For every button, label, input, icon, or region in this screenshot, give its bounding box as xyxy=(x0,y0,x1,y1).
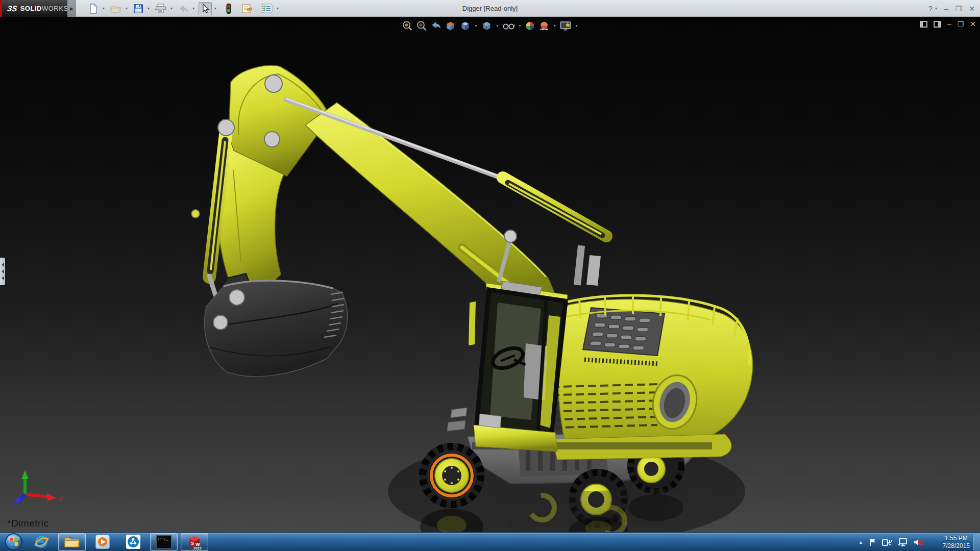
zoom-to-fit-button[interactable] xyxy=(401,20,413,32)
undo-icon xyxy=(178,4,188,13)
restore-button[interactable]: ❐ xyxy=(955,5,962,13)
view-orientation-caret[interactable]: ▾ xyxy=(475,23,477,28)
feature-pane-toggle-right-icon[interactable] xyxy=(934,21,941,28)
network-hub-icon xyxy=(126,535,140,549)
front-left-wheel[interactable] xyxy=(419,443,484,508)
action-center-flag-icon[interactable] xyxy=(869,538,876,546)
view-settings-button[interactable] xyxy=(559,20,572,32)
display-style-caret[interactable]: ▾ xyxy=(496,23,498,28)
link-pin[interactable] xyxy=(264,132,280,147)
options-icon xyxy=(262,4,273,13)
taskbar-item-media-player[interactable] xyxy=(89,533,116,551)
menu-flyout-arrow[interactable]: ▶ xyxy=(67,0,76,17)
zoom-to-area-icon xyxy=(416,20,427,31)
boom-foot-pin[interactable] xyxy=(504,230,517,242)
hide-show-items-button[interactable] xyxy=(502,21,515,31)
apex-pin[interactable] xyxy=(265,75,282,92)
windows-start-icon xyxy=(5,533,23,551)
hide-show-caret[interactable]: ▾ xyxy=(519,23,521,28)
previous-view-button[interactable] xyxy=(430,20,442,31)
new-caret[interactable]: ▾ xyxy=(102,6,107,11)
system-tray: ▲ xyxy=(859,533,924,551)
help-caret[interactable]: ▾ xyxy=(935,6,937,11)
options-button[interactable] xyxy=(260,2,274,15)
new-document-button[interactable] xyxy=(87,2,100,15)
file-properties-icon xyxy=(241,4,253,14)
help-button[interactable]: ? xyxy=(928,5,933,13)
view-orientation-label: *Dimetric xyxy=(7,518,49,529)
boom-cylinder-stripe xyxy=(509,184,601,234)
view-orientation-button[interactable] xyxy=(459,20,471,32)
taskbar-item-windows-explorer[interactable] xyxy=(58,533,86,551)
command-prompt-icon: C:\_ xyxy=(156,535,172,548)
bucket-pin-upper[interactable] xyxy=(229,290,244,305)
orientation-triad: x xyxy=(13,470,63,507)
media-player-icon xyxy=(95,535,110,549)
doc-restore-button[interactable]: ❐ xyxy=(958,20,964,28)
options-caret[interactable]: ▾ xyxy=(276,6,281,11)
cab-step-panel xyxy=(479,414,501,428)
feature-pane-toggle-left-icon[interactable] xyxy=(920,21,927,28)
section-view-button[interactable] xyxy=(444,20,456,32)
print-caret[interactable]: ▾ xyxy=(170,6,175,11)
bucket[interactable] xyxy=(205,281,348,377)
apply-scene-icon xyxy=(539,21,550,31)
rebuild-button[interactable] xyxy=(225,2,233,15)
solidworks-logo: ЗS SOLIDWORKS xyxy=(2,0,67,17)
print-button[interactable] xyxy=(154,2,168,15)
cab-pillar xyxy=(469,302,476,345)
bucket-pin-lower[interactable] xyxy=(213,315,228,330)
power-plug-icon[interactable] xyxy=(882,538,892,546)
network-display-icon[interactable] xyxy=(898,538,908,546)
show-desktop-button[interactable] xyxy=(973,533,980,551)
taskbar-clock[interactable]: 1:55 PM 7/28/2015 xyxy=(943,533,970,551)
zoom-to-area-button[interactable] xyxy=(415,20,427,32)
internet-explorer-icon xyxy=(34,534,49,549)
view-settings-caret[interactable]: ▾ xyxy=(576,23,578,28)
taskbar-item-network-hub-app[interactable] xyxy=(119,533,147,551)
window-controls: ? ▾ – ❐ ✕ xyxy=(928,0,975,17)
apply-scene-caret[interactable]: ▾ xyxy=(554,23,556,28)
taskbar-item-solidworks-2015[interactable]: S W 2015 xyxy=(181,533,208,551)
start-button[interactable] xyxy=(3,533,24,551)
sw-year: 2015 xyxy=(193,546,202,550)
view-orientation-icon xyxy=(459,20,471,31)
section-view-icon xyxy=(445,20,456,31)
taskbar-item-command-prompt[interactable]: C:\_ xyxy=(150,533,178,551)
new-document-icon xyxy=(88,4,99,14)
sw-letter-s: S xyxy=(191,541,194,546)
doc-close-button[interactable]: ✕ xyxy=(970,20,976,28)
cylinder-pin[interactable] xyxy=(218,119,234,136)
step-upper xyxy=(451,408,467,418)
zoom-to-fit-icon xyxy=(402,20,412,31)
show-hidden-icons-button[interactable]: ▲ xyxy=(859,540,863,545)
save-caret[interactable]: ▾ xyxy=(147,6,152,11)
save-button[interactable] xyxy=(132,2,145,15)
document-window-controls: – ❐ ✕ xyxy=(920,20,976,28)
exhaust-guard xyxy=(586,255,601,286)
open-caret[interactable]: ▾ xyxy=(125,6,130,11)
volume-muted-icon[interactable] xyxy=(914,538,924,546)
apply-scene-button[interactable] xyxy=(538,20,550,32)
feature-tree-splitter[interactable] xyxy=(0,258,5,285)
previous-view-icon xyxy=(430,21,441,31)
undo-button[interactable] xyxy=(177,2,190,15)
excavator-3d-model[interactable]: x xyxy=(0,17,980,532)
clock-time: 1:55 PM xyxy=(945,535,968,542)
select-caret[interactable]: ▾ xyxy=(214,6,218,11)
open-document-button[interactable] xyxy=(109,2,123,15)
select-arrow-button[interactable] xyxy=(199,2,212,15)
file-properties-button[interactable] xyxy=(240,2,254,15)
doc-minimize-button[interactable]: – xyxy=(947,20,951,28)
graphics-viewport[interactable]: x ▾ ▾ ▾ ▾ ▾ xyxy=(0,17,980,532)
taskbar-item-internet-explorer[interactable] xyxy=(28,533,55,551)
undo-caret[interactable]: ▾ xyxy=(192,6,197,11)
main-toolbar: ▾ ▾ ▾ ▾ ▾ ▾ ▾ xyxy=(87,0,281,17)
edit-appearance-button[interactable] xyxy=(525,20,536,32)
display-style-button[interactable] xyxy=(480,20,493,32)
minimize-button[interactable]: – xyxy=(944,5,948,13)
clock-date: 7/28/2015 xyxy=(943,542,970,550)
flyout-arrow-icon: ▶ xyxy=(70,6,74,11)
close-button[interactable]: ✕ xyxy=(969,5,975,13)
triad-x-label: x xyxy=(58,494,63,504)
